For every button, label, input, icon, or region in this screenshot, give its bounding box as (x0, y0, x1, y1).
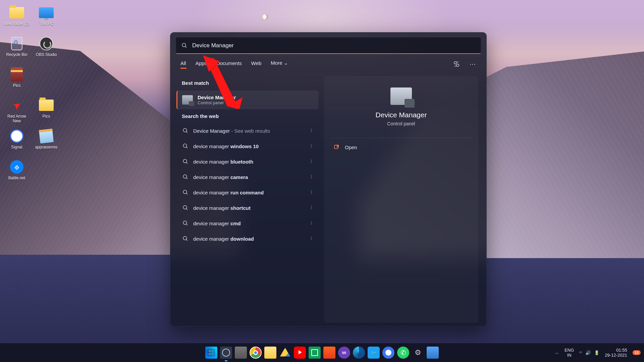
chevron-right-icon: 〉 (310, 205, 315, 211)
desktop-icon-label: Red Arrow New (3, 114, 30, 123)
taskbar-google-drive[interactable] (279, 347, 291, 359)
search-filter-tabs: All Apps Documents Web More ⌄ ⋯ (176, 54, 481, 73)
device-manager-icon (390, 87, 412, 105)
web-result-2[interactable]: device manager bluetooth〉 (178, 155, 319, 169)
taskbar-whatsapp[interactable] (397, 347, 409, 359)
volume-icon[interactable]: 🔊 (585, 350, 591, 355)
action-open[interactable]: Open (330, 138, 472, 156)
recycle-bin-icon (11, 37, 22, 50)
svg-line-7 (186, 147, 187, 148)
taskbar-brave[interactable] (323, 347, 335, 359)
search-icon (182, 205, 189, 211)
svg-point-6 (183, 144, 187, 147)
chevron-right-icon: 〉 (310, 189, 315, 195)
taskbar-sheets[interactable] (309, 347, 321, 359)
desktop-icon-obs-studio[interactable]: OBS Studio (32, 36, 60, 67)
search-web-heading: Search the web (178, 109, 319, 124)
taskbar-search-button[interactable] (220, 347, 232, 359)
more-options-icon[interactable]: ⋯ (470, 60, 476, 68)
svg-point-14 (183, 205, 187, 209)
moon-icon (263, 14, 268, 19)
desktop-icon-label: OBS Studio (36, 52, 57, 57)
obs-icon (40, 37, 53, 50)
web-result-1[interactable]: device manager windows 10〉 (178, 139, 319, 153)
battery-icon[interactable]: 🔋 (594, 350, 599, 355)
svg-point-16 (183, 221, 187, 225)
search-icon (182, 128, 189, 134)
tab-apps[interactable]: Apps (196, 60, 207, 68)
tray-clock[interactable]: 01:5529-12-2021 (605, 348, 627, 358)
desktop-icon-label: Pics (13, 83, 21, 88)
preview-pane: Device Manager Control panel Open (324, 76, 478, 323)
svg-line-11 (186, 178, 187, 179)
svg-point-18 (183, 236, 187, 240)
wifi-icon[interactable]: ⌔ (579, 350, 582, 355)
web-result-text: device manager shortcut (193, 205, 306, 211)
results-column: Best match Device Manager Control panel … (178, 76, 319, 323)
web-result-5[interactable]: device manager shortcut〉 (178, 201, 319, 215)
desktop-icon-this-pc[interactable]: This PC (32, 5, 60, 36)
tab-more[interactable]: More ⌄ (271, 60, 288, 68)
best-match-title: Device Manager (198, 95, 236, 100)
web-result-6[interactable]: device manager cmd〉 (178, 216, 319, 230)
desktop-icon-pics-rar[interactable]: Pics (3, 67, 31, 98)
system-tray: ︿ ENGIN ⌔ 🔊 🔋 01:5529-12-2021 15 (555, 348, 641, 358)
tab-web[interactable]: Web (251, 60, 262, 68)
desktop-icon-label: Signal (11, 145, 22, 149)
taskbar-edge[interactable] (353, 347, 365, 359)
start-button[interactable] (205, 347, 217, 359)
tab-documents[interactable]: Documents (216, 60, 242, 68)
search-icon (182, 236, 189, 242)
open-icon (333, 144, 339, 150)
web-result-0[interactable]: Device Manager - See web results〉 (178, 124, 319, 138)
tab-all[interactable]: All (180, 60, 186, 68)
web-result-3[interactable]: device manager camera〉 (178, 170, 319, 184)
tray-show-hidden-icon[interactable]: ︿ (555, 350, 559, 356)
search-icon (181, 43, 187, 49)
desktop-icon-pics-folder[interactable]: Pics (32, 98, 60, 129)
web-result-text: device manager download (193, 236, 306, 242)
best-match-heading: Best match (178, 76, 319, 90)
chevron-right-icon: 〉 (310, 174, 315, 180)
desktop-icon-label: Recycle Bin (6, 52, 27, 57)
taskbar-file-explorer[interactable] (264, 347, 276, 359)
chevron-right-icon: 〉 (310, 143, 315, 149)
best-match-result[interactable]: Device Manager Control panel (176, 90, 319, 109)
desktop-icon-new-folder-2[interactable]: New folder (2) (3, 5, 31, 36)
desktop-icon-battlenet[interactable]: ⟐Battle.net (3, 160, 31, 190)
windows-logo-icon (209, 350, 214, 355)
desktop-icon-recycle-bin[interactable]: Recycle Bin (3, 36, 31, 67)
desktop-icon-red-arrow-new[interactable]: ➤Red Arrow New (3, 98, 31, 129)
search-preferences-icon[interactable] (453, 60, 460, 68)
taskbar-chrome[interactable] (250, 347, 262, 359)
taskbar-twitter[interactable]: 🐦 (368, 347, 380, 359)
taskbar-screenshot-tool[interactable] (427, 347, 439, 359)
web-result-text: device manager cmd (193, 221, 306, 226)
taskbar-task-view[interactable] (235, 347, 247, 359)
action-open-label: Open (345, 144, 357, 150)
search-input[interactable] (192, 42, 475, 49)
svg-line-1 (185, 46, 186, 48)
taskbar-settings[interactable]: ⚙ (412, 347, 424, 359)
tray-language[interactable]: ENGIN (565, 348, 574, 358)
search-panel: All Apps Documents Web More ⌄ ⋯ Best mat… (170, 32, 487, 326)
desktop-icon-appraiserres[interactable]: appraiserres (32, 129, 60, 160)
web-result-text: Device Manager - See web results (193, 128, 306, 134)
tray-notification-badge[interactable]: 15 (633, 350, 641, 355)
chevron-right-icon: 〉 (310, 159, 315, 165)
search-input-container[interactable] (176, 37, 481, 54)
notepad-icon (39, 129, 54, 143)
taskbar-signal[interactable] (382, 347, 394, 359)
search-icon (182, 143, 189, 149)
web-result-text: device manager run command (193, 190, 306, 195)
best-match-subtitle: Control panel (198, 100, 236, 105)
chevron-down-icon: ⌄ (284, 60, 288, 66)
desktop-icon-label: Battle.net (8, 176, 25, 180)
search-icon (182, 220, 189, 226)
taskbar-bitwarden[interactable]: bit (338, 347, 350, 359)
taskbar-youtube[interactable] (294, 347, 306, 359)
chevron-right-icon: 〉 (310, 236, 315, 242)
web-result-7[interactable]: device manager download〉 (178, 232, 319, 246)
desktop-icon-signal[interactable]: Signal (3, 129, 31, 160)
web-result-4[interactable]: device manager run command〉 (178, 185, 319, 199)
